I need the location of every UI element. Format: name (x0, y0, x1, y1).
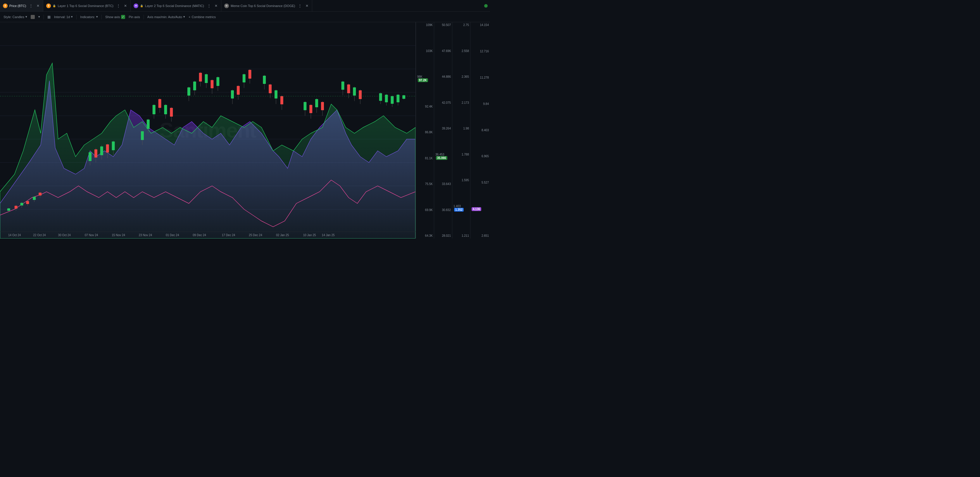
svg-rect-85 (353, 87, 356, 95)
tab2-close[interactable]: ✕ (123, 3, 127, 8)
svg-rect-11 (7, 208, 10, 211)
doge-icon-tab4: D (224, 3, 229, 8)
x-label-10jan: 10 Jan 25 (303, 234, 316, 237)
show-axis-toggle[interactable]: Show axis ✓ (105, 15, 125, 19)
tab-btc-price[interactable]: ₿ Price (BTC) ⋮ ✕ (0, 0, 43, 11)
show-axis-label: Show axis (105, 15, 120, 19)
tab2-label: Layer 1 Top 6 Social Dominance (BTC) (57, 4, 113, 8)
y-axis-col-meme: 14.154 12.716 11.278 9.84 8.403 6.965 5.… (470, 22, 490, 238)
color-swatch[interactable] (31, 15, 35, 19)
y1-val6: 81.1K (417, 157, 433, 160)
interval-icon: ▦ (47, 15, 51, 19)
svg-rect-17 (26, 201, 29, 204)
y2-val2: 47.696 (435, 49, 451, 52)
y3-val1: 2.75 (453, 23, 469, 27)
style-selector[interactable]: Style: Candles ▾ (3, 15, 27, 19)
pin-axis-toggle[interactable]: Pin axis (129, 15, 140, 19)
divider4 (143, 14, 144, 19)
tab-layer1[interactable]: ₿ 🔒 Layer 1 Top 6 Social Dominance (BTC)… (43, 0, 131, 11)
y2-val6: 36.453 (435, 153, 444, 156)
matic-icon-tab3: M (134, 3, 138, 8)
tab4-label: Meme Coin Top 6 Social Dominance (DOGE) (231, 4, 295, 8)
svg-rect-71 (280, 96, 283, 104)
y-axis-right: 109K 103K 98K 97.2K 92.4K 86.8K 81.1K 75… (415, 22, 490, 238)
y3-val7: 1.595 (453, 178, 469, 182)
y2-val9: 28.021 (435, 234, 451, 237)
interval-selector[interactable]: Interval: 1d ▾ (54, 15, 73, 19)
svg-rect-31 (112, 142, 115, 150)
axis-minmax-label: Axis max/min: Auto/Auto (147, 15, 182, 19)
y-axis-col-btc: 109K 103K 98K 97.2K 92.4K 86.8K 81.1K 75… (416, 22, 434, 238)
svg-rect-43 (170, 108, 173, 117)
y3-val2: 2.558 (453, 49, 469, 52)
combine-plus: + (189, 15, 190, 19)
svg-rect-53 (210, 80, 213, 88)
x-label-30oct: 30 Oct 24 (58, 234, 71, 237)
svg-rect-93 (391, 96, 394, 104)
svg-rect-69 (275, 90, 277, 99)
tab-meme[interactable]: D Meme Coin Top 6 Social Dominance (DOGE… (221, 0, 313, 11)
indicators-chevron: ▾ (96, 15, 98, 19)
svg-rect-67 (269, 84, 272, 93)
y1-val5: 86.8K (417, 130, 433, 134)
toolbar: Style: Candles ▾ ▾ ▦ Interval: 1d ▾ Indi… (0, 12, 490, 22)
svg-rect-21 (38, 192, 41, 196)
chart-svg (0, 22, 415, 238)
style-label: Style: Candles (3, 15, 24, 19)
svg-rect-63 (248, 70, 251, 79)
tab2-lock-icon: 🔒 (52, 5, 56, 7)
y4-val5: 8.403 (472, 129, 489, 132)
color-swatch-chevron[interactable]: ▾ (38, 15, 40, 19)
tab4-more[interactable]: ⋮ (297, 3, 303, 8)
y4-val3: 11.278 (472, 76, 489, 79)
svg-rect-75 (309, 105, 312, 113)
y2-val4: 42.075 (435, 101, 451, 104)
tab1-more[interactable]: ⋮ (28, 3, 34, 8)
x-label-22oct: 22 Oct 24 (33, 234, 46, 237)
svg-rect-13 (14, 206, 18, 209)
show-axis-checkbox[interactable]: ✓ (121, 15, 125, 19)
svg-rect-37 (153, 105, 156, 114)
y2-val1: 50.507 (435, 23, 451, 27)
connection-status (484, 4, 488, 8)
x-label-14jan: 14 Jan 25 (322, 234, 335, 237)
y3-val9: 1.211 (453, 234, 469, 237)
svg-rect-89 (379, 93, 382, 101)
tab3-close[interactable]: ✕ (214, 3, 218, 8)
combine-metrics-button[interactable]: + Combine metrics (189, 15, 216, 19)
btc-icon-tab1: ₿ (3, 3, 8, 8)
svg-rect-95 (396, 95, 399, 102)
tab1-label: Price (BTC) (10, 4, 26, 8)
y1-val9: 64.3K (417, 234, 433, 237)
svg-rect-59 (237, 86, 240, 95)
svg-rect-33 (141, 131, 144, 140)
axis-minmax-selector[interactable]: Axis max/min: Auto/Auto ▾ (147, 15, 185, 19)
y3-val8: 1.403 (453, 205, 461, 208)
tab1-close[interactable]: ✕ (36, 3, 40, 8)
svg-rect-47 (193, 81, 196, 90)
svg-rect-23 (89, 152, 92, 161)
tab3-label: Layer 2 Top 6 Social Dominance (MATIC) (145, 4, 204, 8)
svg-rect-35 (147, 119, 150, 129)
svg-rect-45 (188, 87, 190, 95)
x-label-2jan: 02 Jan 25 (276, 234, 289, 237)
svg-rect-29 (106, 145, 109, 153)
y4-val4: 9.84 (472, 102, 489, 105)
svg-rect-41 (164, 105, 167, 114)
chart-area[interactable]: Santiment (0, 22, 415, 238)
svg-rect-73 (304, 102, 306, 110)
tab3-more[interactable]: ⋮ (206, 3, 212, 8)
style-chevron: ▾ (25, 15, 27, 19)
x-label-25dec: 25 Dec 24 (249, 234, 262, 237)
tab2-more[interactable]: ⋮ (115, 3, 122, 8)
tab4-close[interactable]: ✕ (305, 3, 309, 8)
indicators-selector[interactable]: Indicators: ▾ (80, 15, 98, 19)
x-label-14oct: 14 Oct 24 (8, 234, 21, 237)
tabs-bar: ₿ Price (BTC) ⋮ ✕ ₿ 🔒 Layer 1 Top 6 Soci… (0, 0, 490, 12)
y1-val4: 92.4K (417, 105, 433, 108)
svg-rect-91 (385, 95, 388, 102)
indicators-label: Indicators: (80, 15, 95, 19)
y4-val6: 6.965 (472, 154, 489, 158)
pin-axis-label: Pin axis (129, 15, 140, 19)
tab-layer2[interactable]: M 🔒 Layer 2 Top 6 Social Dominance (MATI… (131, 0, 221, 11)
